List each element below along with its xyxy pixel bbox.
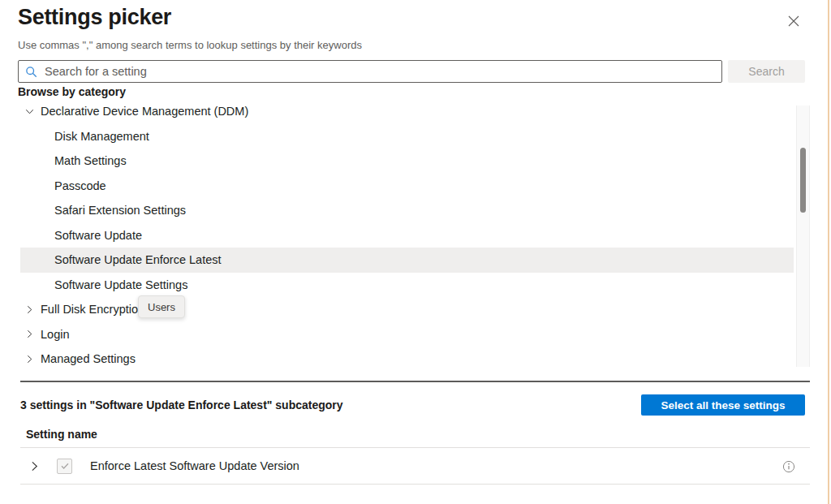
tree-item-disk-management[interactable]: Disk Management bbox=[20, 124, 794, 149]
tree-item-software-update[interactable]: Software Update bbox=[20, 223, 794, 248]
scrollbar-track[interactable] bbox=[796, 106, 810, 367]
tree-item-login[interactable]: Login bbox=[20, 322, 794, 347]
tree-item-managed-settings[interactable]: Managed Settings bbox=[20, 347, 794, 372]
results-summary: 3 settings in "Software Update Enforce L… bbox=[20, 398, 343, 411]
tree-item-label: Safari Extension Settings bbox=[54, 204, 186, 217]
users-tooltip: Users bbox=[138, 295, 185, 318]
tree-item-label: Full Disk Encryption bbox=[41, 303, 144, 316]
tree-item-software-update-enforce-latest[interactable]: Software Update Enforce Latest bbox=[20, 248, 794, 273]
tree-item-label: Declarative Device Management (DDM) bbox=[41, 105, 248, 118]
table-row[interactable]: Enforce Latest Software Update Version bbox=[20, 448, 810, 484]
tree-item-label: Math Settings bbox=[54, 154, 127, 167]
dialog-subtitle: Use commas "," among search terms to loo… bbox=[18, 39, 362, 51]
category-tree: Declarative Device Management (DDM)Disk … bbox=[0, 99, 810, 372]
setting-name: Enforce Latest Software Update Version bbox=[90, 459, 299, 472]
search-box[interactable] bbox=[18, 60, 722, 83]
page-title: Settings picker bbox=[18, 5, 171, 30]
search-input[interactable] bbox=[43, 64, 721, 79]
close-icon bbox=[786, 14, 801, 28]
scrollbar-thumb[interactable] bbox=[800, 148, 806, 213]
search-icon bbox=[25, 66, 37, 78]
select-all-these-settings-button[interactable]: Select all these settings bbox=[641, 394, 805, 416]
setting-name-column-header: Setting name bbox=[26, 428, 97, 441]
search-button[interactable]: Search bbox=[728, 60, 805, 83]
tree-item-software-update-settings[interactable]: Software Update Settings bbox=[20, 273, 794, 298]
tree-item-full-disk-encryption[interactable]: Full Disk Encryption bbox=[20, 297, 794, 322]
tree-item-safari-extension-settings[interactable]: Safari Extension Settings bbox=[20, 198, 794, 223]
panel-edge bbox=[828, 0, 829, 504]
tree-item-label: Managed Settings bbox=[41, 352, 136, 365]
chevron-right-icon[interactable] bbox=[28, 459, 41, 472]
chevron-right-icon[interactable] bbox=[24, 304, 35, 315]
close-button[interactable] bbox=[782, 10, 805, 32]
table-row-divider bbox=[20, 484, 810, 485]
chevron-right-icon[interactable] bbox=[24, 329, 35, 339]
tree-item-label: Software Update bbox=[54, 229, 142, 242]
tree-item-label: Login bbox=[41, 328, 69, 341]
chevron-right-icon[interactable] bbox=[24, 354, 35, 364]
tree-item-label: Passcode bbox=[54, 179, 106, 192]
tree-item-math-settings[interactable]: Math Settings bbox=[20, 149, 794, 174]
chevron-down-icon[interactable] bbox=[24, 106, 35, 117]
tree-item-declarative-device-management-ddm[interactable]: Declarative Device Management (DDM) bbox=[20, 99, 794, 124]
settings-picker-dialog: Settings picker Use commas "," among sea… bbox=[0, 0, 831, 504]
tree-item-passcode[interactable]: Passcode bbox=[20, 174, 794, 199]
section-divider bbox=[20, 381, 810, 382]
tree-item-label: Disk Management bbox=[54, 130, 149, 143]
tree-item-label: Software Update Settings bbox=[54, 278, 187, 291]
tree-item-label: Software Update Enforce Latest bbox=[54, 253, 222, 266]
info-icon[interactable] bbox=[781, 459, 795, 473]
browse-by-category-label: Browse by category bbox=[18, 85, 126, 98]
setting-checkbox-checked-disabled[interactable] bbox=[57, 459, 72, 474]
